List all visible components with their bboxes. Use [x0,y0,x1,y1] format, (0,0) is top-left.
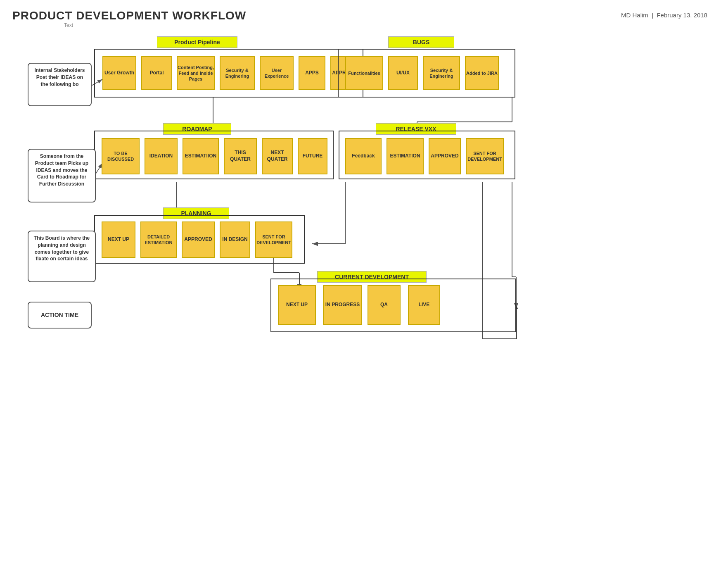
card-uiux[interactable]: UI/UX [388,56,418,90]
subtitle: Text [64,22,73,28]
card-approved-rel[interactable]: APPROVED [429,138,461,174]
card-sent-dev-rel[interactable]: SENT FOR DEVELOPMENT [466,138,504,174]
card-sent-dev-plan[interactable]: SENT FOR DEVELOPMENT [255,221,292,258]
card-detailed-estimation[interactable]: DETAILED ESTIMATION [140,221,177,258]
card-approved-plan[interactable]: APPROVED [182,221,215,258]
annotation-internal-stakeholders: Internal Stakeholders Post their IDEAS o… [28,63,92,106]
card-feedback[interactable]: Feedback [345,138,382,174]
card-content-posting[interactable]: Content Posting, Feed and Inside Pages [177,56,215,90]
card-estimation-rel[interactable]: ESTIMATION [387,138,424,174]
annotation-planning-desc: This Board is where the planning and des… [28,231,96,282]
card-portal[interactable]: Portal [141,56,172,90]
card-user-experience[interactable]: User Experience [260,56,294,90]
card-user-growth[interactable]: User Growth [102,56,136,90]
board-label-product-pipeline: Product Pipeline [157,36,237,48]
card-next-up-plan[interactable]: NEXT UP [102,221,135,258]
date: February 13, 2018 [657,12,707,19]
card-this-quater[interactable]: THIS QUATER [224,138,257,174]
card-functionalities[interactable]: Functionalities [345,56,383,90]
card-live[interactable]: LIVE [408,285,440,325]
card-in-progress[interactable]: IN PROGRESS [323,285,362,325]
card-future[interactable]: FUTURE [298,138,327,174]
author-date: MD Halim | February 13, 2018 [621,12,707,19]
card-qa[interactable]: QA [368,285,401,325]
card-security-eng-2[interactable]: Security & Enginering [423,56,460,90]
card-next-quater[interactable]: NEXT QUATER [262,138,293,174]
annotation-product-team: Someone from the Product team Picks up I… [28,149,96,202]
annotation-action-time: ACTION TIME [28,302,92,329]
card-estimatiion[interactable]: ESTIMATIION [183,138,219,174]
card-apps[interactable]: APPS [299,56,325,90]
header-separator [12,25,716,25]
board-label-bugs: BUGS [388,36,454,48]
card-security-eng-1[interactable]: Security & Enginering [220,56,255,90]
page-title: PRODUCT DEVELOPMENT WORKFLOW [12,9,246,22]
card-added-jira[interactable]: Added to JIRA [465,56,499,90]
card-ideation[interactable]: IDEATION [145,138,178,174]
card-next-up-dev[interactable]: NEXT UP [278,285,316,325]
card-to-be-discussed[interactable]: TO BE DISCUSSED [102,138,140,174]
card-in-design[interactable]: IN DESIGN [220,221,250,258]
author: MD Halim [621,12,648,19]
